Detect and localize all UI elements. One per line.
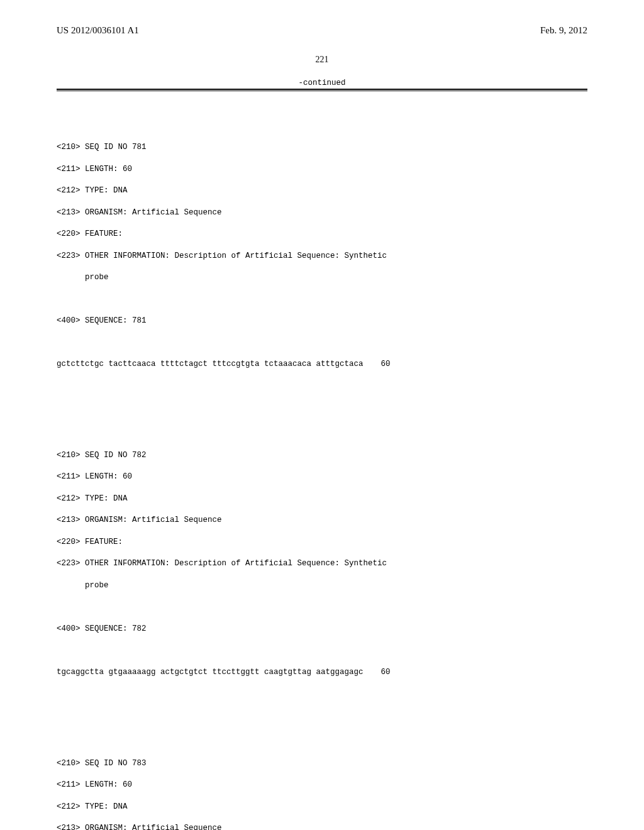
seq-meta-line: <213> ORGANISM: Artificial Sequence xyxy=(57,823,587,830)
seq-entry: <210> SEQ ID NO 781 <211> LENGTH: 60 <21… xyxy=(57,131,587,392)
seq-meta-line: <210> SEQ ID NO 783 xyxy=(57,758,587,769)
seq-meta-line: <212> TYPE: DNA xyxy=(57,494,587,504)
seq-meta-line: <210> SEQ ID NO 782 xyxy=(57,450,587,461)
seq-meta-line: <223> OTHER INFORMATION: Description of … xyxy=(57,251,587,262)
sequence-line: gctcttctgc tacttcaaca ttttctagct tttccgt… xyxy=(57,359,587,370)
seq-meta-line: <220> FEATURE: xyxy=(57,229,587,240)
seq-meta-line: <211> LENGTH: 60 xyxy=(57,780,587,790)
sequence-position: 60 xyxy=(364,667,391,678)
seq-meta-line: <212> TYPE: DNA xyxy=(57,185,587,196)
seq-meta-line: probe xyxy=(57,272,587,283)
continued-label: -continued xyxy=(57,79,587,87)
divider-thin xyxy=(57,91,587,91)
publication-date: Feb. 9, 2012 xyxy=(540,25,587,36)
page-header: US 2012/0036101 A1 Feb. 9, 2012 xyxy=(57,25,587,36)
page-container: US 2012/0036101 A1 Feb. 9, 2012 221 -con… xyxy=(0,0,644,830)
page-number: 221 xyxy=(57,55,587,65)
sequence-position: 60 xyxy=(364,359,391,370)
seq-meta-line: <213> ORGANISM: Artificial Sequence xyxy=(57,515,587,526)
sequence-label: <400> SEQUENCE: 781 xyxy=(57,316,587,326)
seq-entry: <210> SEQ ID NO 782 <211> LENGTH: 60 <21… xyxy=(57,440,587,700)
sequence-label: <400> SEQUENCE: 782 xyxy=(57,624,587,634)
seq-meta-line: <211> LENGTH: 60 xyxy=(57,164,587,175)
seq-meta-line: <210> SEQ ID NO 781 xyxy=(57,142,587,153)
seq-meta-line: probe xyxy=(57,580,587,591)
divider-top xyxy=(57,89,587,90)
sequence-text: gctcttctgc tacttcaaca ttttctagct tttccgt… xyxy=(57,359,364,370)
sequence-text: tgcaggctta gtgaaaaagg actgctgtct ttccttg… xyxy=(57,667,364,678)
seq-meta-line: <223> OTHER INFORMATION: Description of … xyxy=(57,558,587,569)
seq-meta-line: <211> LENGTH: 60 xyxy=(57,472,587,482)
publication-number: US 2012/0036101 A1 xyxy=(57,25,139,36)
seq-meta-line: <213> ORGANISM: Artificial Sequence xyxy=(57,208,587,218)
seq-entry: <210> SEQ ID NO 783 <211> LENGTH: 60 <21… xyxy=(57,747,587,830)
sequence-listing: <210> SEQ ID NO 781 <211> LENGTH: 60 <21… xyxy=(57,99,587,830)
seq-meta-line: <220> FEATURE: xyxy=(57,537,587,548)
seq-meta-line: <212> TYPE: DNA xyxy=(57,802,587,812)
sequence-line: tgcaggctta gtgaaaaagg actgctgtct ttccttg… xyxy=(57,667,587,678)
